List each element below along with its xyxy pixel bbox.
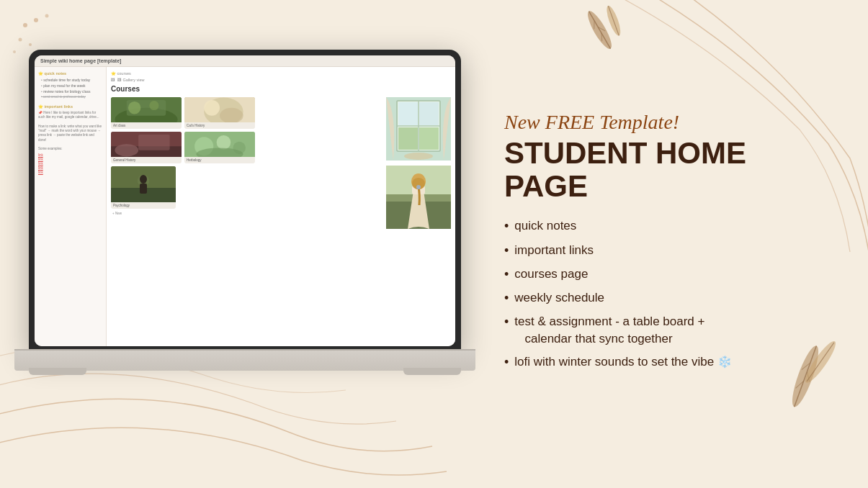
window-painting — [386, 97, 451, 161]
link-5: link — [38, 171, 102, 174]
courses-content: Art class — [111, 97, 451, 230]
feature-weekly-schedule: weekly schedule — [504, 289, 832, 307]
girl-painting — [386, 166, 451, 230]
svg-rect-50 — [419, 102, 439, 125]
feature-lofi-text: lofi with winter sounds to set the vibe … — [514, 353, 732, 371]
gallery-view-label: 🖼 🖼 Gallery view — [111, 78, 451, 82]
feature-courses-page: courses page — [504, 266, 832, 284]
course-card-art: Art class — [111, 97, 182, 129]
snowflake-icon: ❄️ — [717, 356, 732, 368]
feature-important-links-text: important links — [514, 242, 594, 259]
features-list: quick notes important links courses page… — [504, 217, 832, 377]
feature-important-links: important links — [504, 242, 832, 260]
svg-point-28 — [204, 100, 220, 116]
page-title: STUDENT HOME PAGE — [504, 137, 832, 203]
courses-title: Courses — [111, 85, 451, 93]
svg-point-36 — [217, 135, 231, 150]
new-free-template-badge: New FREE Template! — [504, 111, 832, 134]
svg-point-53 — [404, 153, 433, 160]
quick-note-1: schedule time for study today — [38, 78, 102, 82]
laptop-section: Simple wiki home page [template] ⭐ quick… — [0, 0, 490, 488]
screen-main: ⭐ courses 🖼 🖼 Gallery view Courses — [107, 67, 455, 346]
quick-note-2: plan my meal for the week — [38, 83, 102, 88]
course-card-cats: Cat's History — [184, 97, 255, 129]
svg-rect-51 — [398, 127, 418, 150]
important-links-section: ⭐ important links 📌 Here I like to keep … — [38, 104, 102, 174]
general-history-name: General History — [111, 157, 182, 163]
screen-body: ⭐ quick notes schedule time for study to… — [35, 67, 455, 346]
course-card-history: General History — [111, 132, 182, 163]
herbology-name: Herbology — [184, 157, 255, 163]
laptop-screen-inner: Simple wiki home page [template] ⭐ quick… — [35, 55, 455, 346]
course-card-herbology: Herbology — [184, 132, 255, 163]
text-section: New FREE Template! STUDENT HOME PAGE qui… — [490, 0, 868, 488]
cats-history-name: Cat's History — [184, 122, 255, 129]
link-2: link — [38, 158, 102, 161]
svg-point-42 — [140, 175, 147, 184]
courses-grid: Art class — [111, 97, 255, 163]
svg-point-32 — [115, 144, 138, 156]
screen-content: Simple wiki home page [template] ⭐ quick… — [35, 55, 455, 346]
new-free-template-text: New FREE Template! — [504, 111, 679, 133]
link-4: link — [38, 166, 102, 170]
link-1: link — [38, 153, 102, 157]
general-history-painting — [111, 132, 182, 157]
course-card-psychology: Psychology — [111, 166, 176, 209]
feature-test-assignment: test & assignment - a table board + cale… — [504, 313, 832, 348]
courses-section-label: ⭐ courses — [111, 71, 451, 76]
quick-notes-section: ⭐ quick notes schedule time for study to… — [38, 71, 102, 99]
feature-quick-notes-text: quick notes — [514, 217, 576, 235]
link-3: link — [38, 162, 102, 166]
svg-rect-52 — [419, 127, 439, 150]
feature-lofi: lofi with winter sounds to set the vibe … — [504, 353, 832, 371]
psychology-painting — [111, 166, 176, 202]
quick-note-4: send email to professor today — [38, 95, 102, 99]
courses-grid-left: Art class — [111, 97, 382, 230]
important-links-title: ⭐ important links — [38, 104, 102, 109]
svg-point-60 — [416, 185, 421, 189]
screen-sidebar: ⭐ quick notes schedule time for study to… — [35, 67, 107, 346]
gallery-icon: 🖼 — [111, 78, 115, 82]
quick-note-3: review notes for biology class — [38, 89, 102, 94]
feature-quick-notes: quick notes — [504, 217, 832, 235]
feature-test-assignment-text: test & assignment - a table board + cale… — [514, 313, 704, 348]
new-label: + New — [111, 212, 382, 215]
screen-title: Simple wiki home page [template] — [40, 58, 121, 63]
svg-rect-43 — [140, 184, 147, 194]
svg-rect-49 — [398, 102, 418, 125]
art-class-painting — [111, 97, 182, 122]
psychology-section: Psychology + New — [111, 166, 382, 215]
laptop-foot-right — [403, 368, 461, 375]
courses-right-images — [386, 97, 451, 230]
laptop-screen-outer: Simple wiki home page [template] ⭐ quick… — [29, 50, 461, 352]
laptop-mockup: Simple wiki home page [template] ⭐ quick… — [14, 50, 475, 453]
art-class-name: Art class — [111, 122, 182, 129]
herbology-painting — [184, 132, 255, 157]
screen-title-bar: Simple wiki home page [template] — [35, 55, 455, 67]
laptop-foot-left — [29, 368, 86, 375]
feature-courses-page-text: courses page — [514, 266, 588, 283]
psychology-name: Psychology — [111, 202, 176, 209]
svg-rect-33 — [138, 135, 170, 150]
svg-point-24 — [128, 101, 140, 114]
feature-weekly-schedule-text: weekly schedule — [514, 289, 604, 307]
svg-point-25 — [149, 101, 158, 110]
quick-notes-title: ⭐ quick notes — [38, 71, 102, 76]
cats-history-painting — [184, 97, 255, 122]
important-links-description: 📌 Here I like to keep important links fo… — [38, 111, 102, 152]
